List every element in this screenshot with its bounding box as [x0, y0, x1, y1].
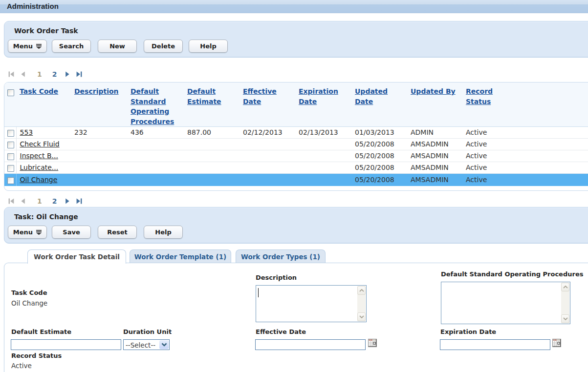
expiration-date-label: Expiration Date [440, 328, 496, 335]
task-code-link[interactable]: Lubricate... [20, 164, 59, 171]
table-row: Lubricate...05/20/2008AMSADMINActive [4, 162, 588, 174]
row-checkbox[interactable] [7, 142, 14, 148]
scroll-up-icon[interactable] [561, 283, 569, 291]
task-code-link[interactable]: 553 [20, 128, 33, 136]
cell-record_status: Active [462, 174, 516, 186]
cell-record_status: Active [462, 150, 516, 162]
column-header-default-estimate[interactable]: Default Estimate [187, 86, 219, 106]
description-label: Description [256, 274, 297, 281]
page-2-link[interactable]: 2 [52, 71, 57, 78]
previous-page-icon [20, 71, 25, 77]
task-code-label: Task Code [11, 289, 47, 296]
scroll-up-icon[interactable] [357, 286, 366, 295]
column-header-updated-by[interactable]: Updated By [411, 87, 456, 95]
last-page-icon[interactable] [76, 198, 82, 204]
next-page-icon[interactable] [65, 71, 70, 77]
cell-updated_date: 05/20/2008 [351, 139, 407, 150]
new-button[interactable]: New [98, 40, 137, 53]
table-row: Inspect B...05/20/2008AMSADMINActive [4, 150, 588, 162]
menu-button[interactable]: Menu [8, 226, 47, 239]
help-button[interactable]: Help [189, 40, 228, 53]
save-button[interactable]: Save [52, 226, 91, 239]
scroll-down-icon[interactable] [357, 312, 366, 321]
column-header-expiration-date[interactable]: Expiration Date [299, 86, 340, 106]
menu-dropdown-icon [36, 44, 42, 49]
duration-unit-selected-value: --Select-- [124, 340, 159, 350]
cell-updated_date: 05/20/2008 [351, 174, 407, 186]
search-button[interactable]: Search [52, 40, 91, 53]
column-header-record-status[interactable]: Record Status [466, 86, 495, 106]
cell-effective_date: 02/12/2013 [240, 127, 295, 139]
current-page-number: 1 [37, 71, 42, 78]
task-code-link[interactable]: Check Fluid [20, 140, 60, 148]
row-checkbox[interactable] [7, 177, 14, 184]
expiration-date-calendar-icon[interactable] [552, 339, 561, 347]
duration-unit-select[interactable]: --Select-- [123, 339, 170, 350]
cell-expiration_date [295, 139, 351, 150]
cell-updated_by: AMSADMIN [407, 150, 462, 162]
cell-expiration_date [295, 150, 351, 162]
select-all-checkbox[interactable] [7, 89, 14, 96]
text-caret [258, 288, 259, 297]
select-dropdown-icon[interactable] [159, 340, 169, 349]
cell-updated_by: AMSADMIN [407, 139, 462, 150]
cell-default_sop [127, 139, 184, 150]
table-row: Oil Change05/20/2008AMSADMINActive [4, 174, 588, 186]
record-status-value: Active [11, 362, 32, 370]
pagination-bottom: 1 2 [8, 198, 82, 205]
cell-expiration_date [295, 174, 351, 186]
panel-title: Work Order Task [14, 27, 78, 35]
tab-work-order-template[interactable]: Work Order Template (1) [130, 249, 231, 263]
menu-button[interactable]: Menu [8, 40, 47, 53]
last-page-icon[interactable] [76, 71, 82, 77]
cell-default_estimate [184, 162, 240, 174]
cell-default_sop: 436 [127, 127, 184, 139]
row-checkbox[interactable] [7, 130, 14, 137]
column-header-updated-date[interactable]: Updated Date [355, 86, 387, 106]
default-sop-textarea[interactable] [441, 282, 570, 324]
expiration-date-input[interactable] [440, 339, 550, 350]
cell-default_sop [127, 162, 184, 174]
next-page-icon[interactable] [65, 198, 70, 204]
cell-description: 232 [71, 127, 127, 139]
description-textarea[interactable] [256, 285, 367, 322]
column-header-effective-date[interactable]: Effective Date [243, 86, 273, 106]
default-estimate-input[interactable] [11, 339, 121, 350]
cell-updated_by: AMSADMIN [407, 174, 462, 186]
default-sop-scrollbar[interactable] [561, 283, 569, 323]
cell-updated_date: 05/20/2008 [351, 162, 407, 174]
column-header-task-code[interactable]: Task Code [20, 87, 58, 95]
row-checkbox[interactable] [7, 153, 14, 160]
cell-updated_by: ADMIN [407, 127, 462, 139]
tab-work-order-task-detail[interactable]: Work Order Task Detail [27, 249, 126, 264]
table-row: Check Fluid05/20/2008AMSADMINActive [4, 139, 588, 150]
page-2-link[interactable]: 2 [52, 198, 57, 205]
row-checkbox[interactable] [7, 165, 14, 172]
cell-default_estimate [184, 174, 240, 186]
cell-description [71, 174, 127, 186]
effective-date-calendar-icon[interactable] [368, 339, 377, 347]
tab-work-order-types[interactable]: Work Order Types (1) [236, 249, 326, 263]
reset-button[interactable]: Reset [98, 226, 137, 239]
cell-expiration_date [295, 162, 351, 174]
scroll-down-icon[interactable] [561, 314, 569, 323]
first-page-icon [8, 71, 14, 77]
cell-description [71, 162, 127, 174]
help-button[interactable]: Help [144, 226, 183, 239]
effective-date-label: Effective Date [256, 328, 306, 335]
task-code-link[interactable]: Oil Change [20, 176, 58, 184]
delete-button[interactable]: Delete [144, 40, 183, 53]
column-header-default-sop[interactable]: Default Standard Operating Procedures [131, 86, 175, 126]
task-code-link[interactable]: Inspect B... [20, 152, 58, 160]
cell-default_estimate [184, 139, 240, 150]
duration-unit-label: Duration Unit [123, 328, 172, 335]
cell-effective_date [240, 139, 295, 150]
panel-title: Task: Oil Change [14, 213, 78, 221]
description-scrollbar[interactable] [357, 286, 366, 321]
column-header-description[interactable]: Description [74, 87, 119, 95]
effective-date-input[interactable] [255, 339, 366, 350]
breadcrumb-bar: Administration [0, 0, 588, 13]
previous-page-icon [20, 198, 25, 204]
page: Administration Work Order Task Menu Sear… [0, 0, 588, 372]
panel-work-order-task: Work Order Task Menu Search New Delete H… [4, 21, 588, 58]
